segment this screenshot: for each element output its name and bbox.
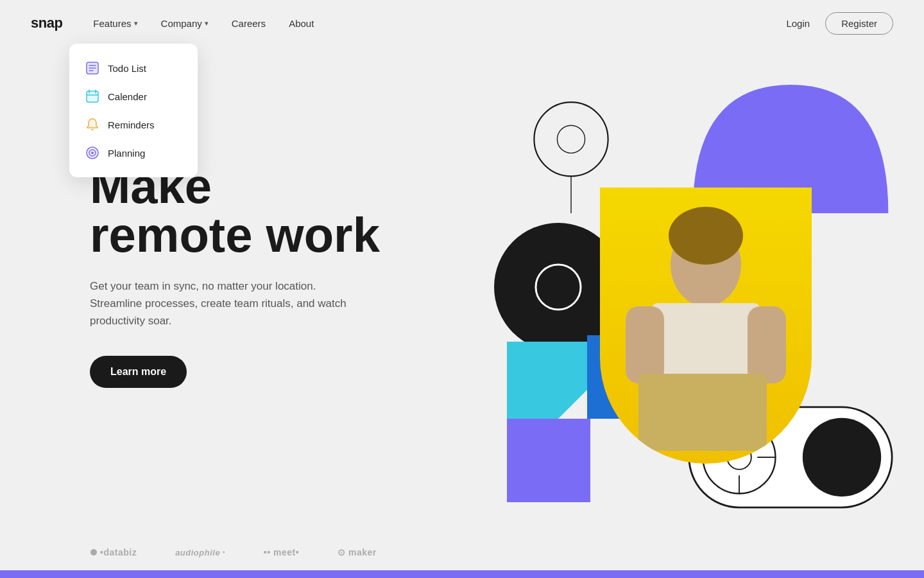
svg-point-10 — [91, 152, 94, 154]
svg-rect-4 — [87, 91, 98, 102]
learn-more-button[interactable]: Learn more — [90, 356, 187, 388]
hero-subtitle: Get your team in sync, no matter your lo… — [90, 277, 359, 330]
dropdown-planning[interactable]: Planning — [85, 139, 182, 167]
logo[interactable]: snap — [31, 15, 62, 31]
register-button[interactable]: Register — [825, 12, 893, 35]
partner-databiz: •databiz — [90, 547, 137, 557]
svg-rect-17 — [507, 419, 590, 502]
svg-point-33 — [90, 549, 97, 556]
nav-links: Features ▾ Company ▾ Careers About — [93, 18, 786, 29]
nav-company[interactable]: Company ▾ — [161, 18, 209, 29]
dropdown-reminders[interactable]: Reminders — [85, 110, 182, 139]
navbar: snap Features ▾ Company ▾ Careers About … — [0, 0, 924, 46]
dropdown-todo[interactable]: Todo List — [85, 54, 182, 82]
svg-point-24 — [669, 207, 743, 265]
svg-rect-21 — [626, 306, 664, 383]
calendar-icon — [85, 89, 100, 104]
planning-icon — [85, 145, 100, 161]
svg-point-11 — [534, 102, 608, 176]
partner-maker: ⊙ maker — [338, 547, 377, 557]
svg-rect-22 — [748, 306, 786, 383]
footer: ( Coded by Alamin Challenge by Frontend … — [0, 570, 924, 578]
nav-careers[interactable]: Careers — [232, 18, 266, 29]
dropdown-calendar[interactable]: Calender — [85, 82, 182, 110]
features-chevron-icon: ▾ — [134, 19, 138, 28]
features-dropdown: Todo List Calender Reminders — [69, 44, 198, 177]
purple-square-shape — [507, 419, 590, 502]
svg-point-32 — [803, 418, 881, 496]
login-button[interactable]: Login — [786, 18, 810, 29]
svg-point-12 — [557, 125, 585, 153]
nav-features[interactable]: Features ▾ — [93, 18, 137, 29]
company-chevron-icon: ▾ — [205, 19, 209, 28]
partner-audiophile: audiophile • — [175, 548, 225, 557]
hero-visual — [475, 85, 893, 521]
svg-rect-23 — [638, 374, 767, 451]
partner-meet: •• meet• — [264, 547, 299, 557]
nav-actions: Login Register — [786, 12, 893, 35]
person-figure — [600, 188, 812, 464]
todo-icon — [85, 60, 100, 76]
reminders-icon — [85, 117, 100, 132]
nav-about[interactable]: About — [289, 18, 314, 29]
